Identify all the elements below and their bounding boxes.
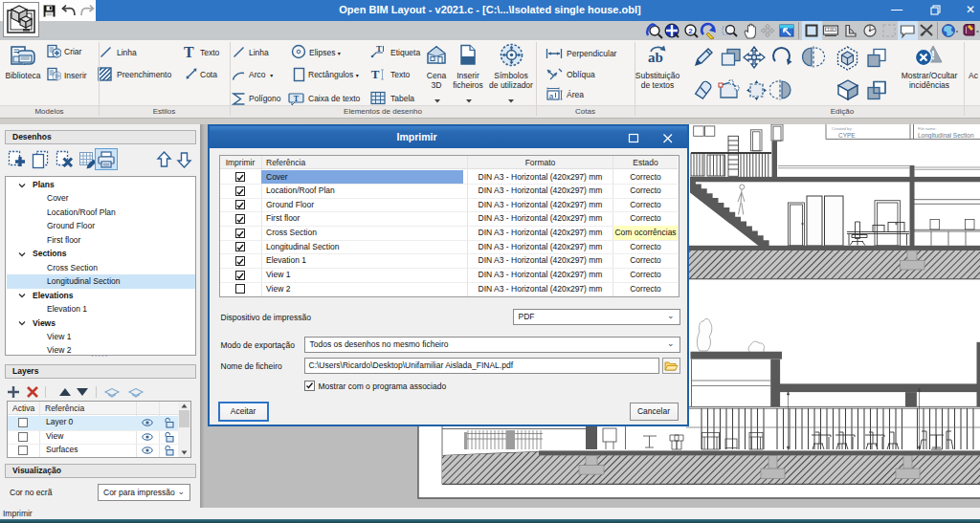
- svg-text:T: T: [294, 95, 300, 103]
- svg-text:CYPE: CYPE: [838, 132, 856, 139]
- svg-text:T: T: [371, 67, 380, 81]
- svg-text:T: T: [376, 44, 382, 54]
- svg-text:a: a: [549, 92, 554, 100]
- svg-text:Longitudinal Section: Longitudinal Section: [918, 132, 974, 140]
- svg-text:ab: ab: [648, 50, 663, 65]
- svg-text:Created by:: Created by:: [832, 126, 853, 131]
- svg-text:File name:: File name:: [918, 126, 937, 131]
